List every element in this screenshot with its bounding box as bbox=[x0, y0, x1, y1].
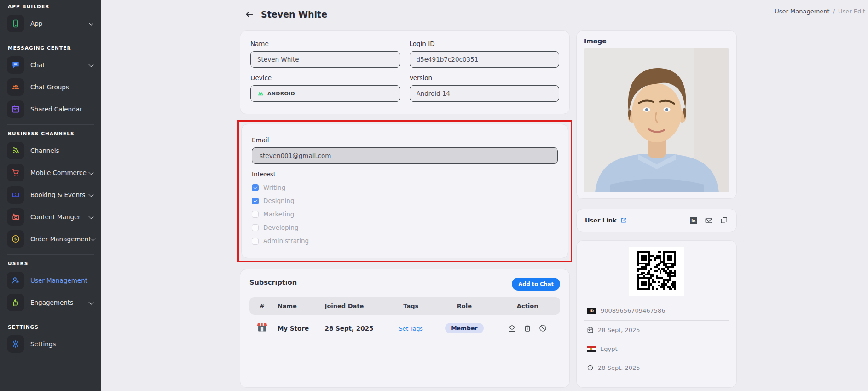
user-link-title: User Link bbox=[585, 217, 617, 224]
sidebar-item-mobile-commerce[interactable]: Mobile Commerce bbox=[7, 163, 96, 182]
name-field-group: Name bbox=[250, 40, 400, 68]
version-field-group: Version bbox=[410, 74, 560, 102]
block-icon[interactable] bbox=[538, 324, 547, 333]
interest-option-designing[interactable]: Designing bbox=[252, 197, 558, 204]
interest-option-writing[interactable]: Writing bbox=[252, 184, 558, 191]
user-details-card: ID 90089656709467586 28 Sept, 2025 Egypt… bbox=[576, 240, 737, 388]
chevron-down-icon bbox=[88, 299, 93, 304]
mail-icon[interactable] bbox=[508, 324, 516, 333]
login-id-label: Login ID bbox=[410, 40, 560, 47]
sidebar-item-channels[interactable]: Channels bbox=[7, 141, 96, 160]
checkbox-checked-icon[interactable] bbox=[252, 198, 259, 204]
page-header: Steven White bbox=[243, 8, 327, 20]
device-label: Device bbox=[250, 74, 400, 82]
channels-icon bbox=[7, 142, 24, 159]
email-interest-card: Email Interest Writing Designing Marketi… bbox=[241, 124, 568, 258]
interest-option-label: Designing bbox=[263, 197, 295, 204]
booking-events-icon bbox=[7, 186, 24, 204]
registered-date-value: 28 Sept, 2025 bbox=[598, 327, 640, 333]
col-joined-date: Joined Date bbox=[322, 297, 388, 315]
set-tags-link[interactable]: Set Tags bbox=[399, 325, 423, 332]
store-icon bbox=[256, 321, 268, 333]
sidebar-item-label: User Management bbox=[30, 277, 96, 284]
sidebar-item-settings[interactable]: Settings bbox=[7, 335, 96, 353]
sidebar-item-order-management[interactable]: $ Order Management bbox=[7, 230, 96, 248]
sidebar-item-label: Shared Calendar bbox=[30, 105, 96, 113]
sidebar-item-shared-calendar[interactable]: Shared Calendar bbox=[7, 100, 96, 118]
interest-option-label: Marketing bbox=[263, 210, 294, 218]
chevron-down-icon bbox=[88, 192, 93, 197]
profile-info-card: Name Login ID Device ANDROID Version bbox=[240, 30, 570, 114]
content-manager-icon bbox=[7, 208, 24, 226]
user-management-icon bbox=[7, 272, 24, 289]
sidebar-item-content-manager[interactable]: Content Manger bbox=[7, 208, 96, 226]
version-input[interactable] bbox=[410, 85, 560, 102]
last-seen-row: 28 Sept, 2025 bbox=[584, 358, 729, 377]
interest-option-developing[interactable]: Developing bbox=[252, 224, 558, 231]
sidebar-section-users: USERS bbox=[8, 261, 101, 266]
image-card-title: Image bbox=[584, 37, 729, 45]
shared-calendar-icon bbox=[7, 100, 24, 118]
table-row: My Store 28 Sept, 2025 Set Tags Member bbox=[249, 315, 560, 338]
device-value-box: ANDROID bbox=[250, 85, 400, 102]
chevron-down-icon bbox=[88, 214, 93, 219]
sidebar-item-engagements[interactable]: Engagements bbox=[7, 293, 96, 312]
sidebar-item-booking-events[interactable]: Booking & Events bbox=[7, 186, 96, 204]
name-input[interactable] bbox=[250, 51, 400, 68]
registered-date-row: 28 Sept, 2025 bbox=[584, 320, 729, 339]
image-card: Image bbox=[576, 30, 737, 199]
subscription-title: Subscription bbox=[249, 279, 297, 286]
id-badge-icon: ID bbox=[587, 308, 596, 314]
chevron-down-icon bbox=[88, 20, 93, 25]
country-value: Egypt bbox=[600, 345, 618, 352]
chevron-down-icon bbox=[88, 62, 93, 67]
add-to-chat-button[interactable]: Add to Chat bbox=[512, 278, 560, 291]
back-arrow-icon[interactable] bbox=[243, 8, 255, 20]
chevron-down-icon bbox=[90, 236, 95, 241]
svg-text:$: $ bbox=[14, 236, 17, 241]
chevron-down-icon bbox=[88, 169, 93, 175]
sidebar-item-app[interactable]: App bbox=[7, 14, 96, 33]
user-id-value: 90089656709467586 bbox=[601, 307, 665, 314]
checkbox-checked-icon[interactable] bbox=[252, 184, 259, 191]
sidebar-item-chat[interactable]: Chat bbox=[7, 56, 96, 74]
android-icon bbox=[257, 91, 264, 96]
linkedin-icon[interactable]: in bbox=[690, 217, 697, 224]
sidebar-item-chat-groups[interactable]: Chat Groups bbox=[7, 78, 96, 96]
sidebar-item-label: App bbox=[30, 20, 89, 27]
chat-icon bbox=[7, 56, 24, 74]
col-role: Role bbox=[434, 297, 495, 315]
external-link-icon[interactable] bbox=[620, 217, 627, 224]
col-tags: Tags bbox=[388, 297, 434, 315]
device-field-group: Device ANDROID bbox=[250, 74, 400, 102]
sidebar-item-label: Chat bbox=[30, 61, 89, 69]
divider bbox=[7, 318, 94, 318]
login-id-field-group: Login ID bbox=[410, 40, 560, 68]
sidebar-section-business-channels: BUSINESS CHANNELS bbox=[8, 131, 101, 136]
divider bbox=[7, 254, 94, 255]
checkbox-unchecked-icon[interactable] bbox=[252, 211, 259, 218]
interest-option-administrating[interactable]: Administrating bbox=[252, 237, 558, 245]
checkbox-unchecked-icon[interactable] bbox=[252, 224, 259, 231]
login-id-input[interactable] bbox=[410, 51, 560, 68]
egypt-flag-icon bbox=[587, 346, 596, 352]
breadcrumb: User Management / User Edit bbox=[775, 8, 865, 15]
email-input[interactable] bbox=[252, 147, 558, 164]
email-icon[interactable] bbox=[705, 216, 713, 225]
interest-option-marketing[interactable]: Marketing bbox=[252, 210, 558, 218]
checkbox-unchecked-icon[interactable] bbox=[252, 238, 259, 245]
calendar-icon bbox=[587, 327, 594, 333]
table-header-row: # Name Joined Date Tags Role Action bbox=[249, 297, 560, 315]
red-annotation-box: Email Interest Writing Designing Marketi… bbox=[237, 120, 572, 262]
delete-icon[interactable] bbox=[523, 324, 532, 333]
page-title: Steven White bbox=[261, 9, 327, 19]
user-photo bbox=[584, 48, 729, 192]
divider bbox=[7, 39, 94, 39]
sidebar-item-user-management[interactable]: User Management bbox=[7, 271, 96, 290]
breadcrumb-user-management[interactable]: User Management bbox=[775, 8, 829, 15]
engagements-icon bbox=[7, 294, 24, 311]
interest-option-label: Writing bbox=[263, 184, 285, 191]
subscription-table: # Name Joined Date Tags Role Action My S… bbox=[249, 297, 560, 338]
store-icon-cell bbox=[249, 315, 275, 338]
copy-icon[interactable] bbox=[720, 216, 728, 224]
